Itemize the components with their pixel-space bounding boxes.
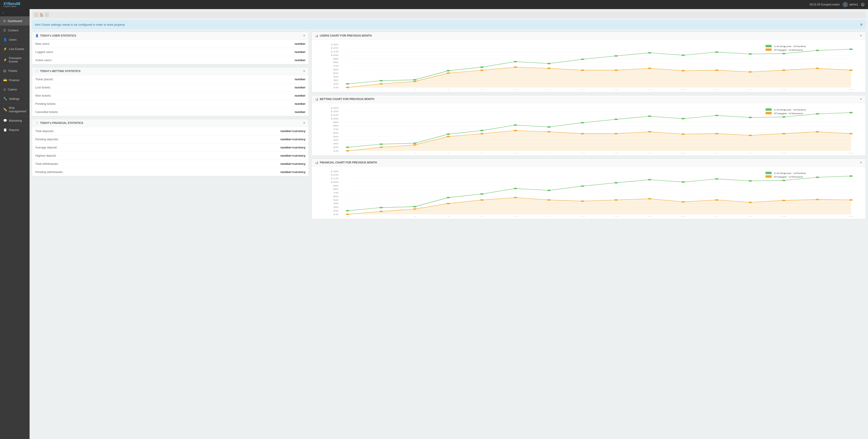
logo: XYBets88 Crypto Casino bbox=[3, 2, 20, 7]
sidebar-arrow-content: › bbox=[26, 29, 26, 32]
svg-text:80: 80 bbox=[333, 188, 339, 190]
user-stats-collapse[interactable]: ▼ bbox=[303, 34, 305, 37]
sidebar-collapse-button[interactable]: ‹ bbox=[0, 9, 30, 16]
financial-stat-row-0: Total deposits: number+currency bbox=[32, 127, 309, 135]
financial-chart-card: 📊 FINANCIAL CHART FOR PREVIOUS MONTH ▼ bbox=[312, 159, 866, 219]
svg-text:10: 10 bbox=[479, 153, 485, 153]
svg-point-50 bbox=[581, 70, 584, 71]
betting-chart-collapse[interactable]: ▼ bbox=[860, 98, 862, 101]
info-banner-close[interactable]: ✕ bbox=[860, 23, 863, 27]
financial-chart-collapse[interactable]: ▼ bbox=[860, 161, 862, 164]
sidebar-item-tickets[interactable]: ▤ Tickets › bbox=[0, 66, 30, 75]
svg-point-201 bbox=[379, 211, 383, 212]
svg-point-134 bbox=[748, 135, 752, 136]
sidebar-item-content[interactable]: ☰ Content › bbox=[0, 26, 30, 35]
sidebar-arrow-reports: › bbox=[26, 129, 26, 131]
svg-text:90: 90 bbox=[333, 58, 339, 60]
svg-text:60: 60 bbox=[333, 195, 339, 197]
betting-stat-label-4: Cancelled tickets: bbox=[35, 110, 59, 114]
breadcrumb-forward-button[interactable]: › bbox=[45, 13, 49, 17]
sidebar-item-finance[interactable]: 💳 Finance › bbox=[0, 75, 30, 85]
svg-point-112 bbox=[581, 122, 584, 123]
svg-point-46 bbox=[446, 72, 450, 74]
svg-point-116 bbox=[715, 115, 719, 116]
svg-text:16: 16 bbox=[580, 216, 585, 217]
svg-text:4: 4 bbox=[380, 216, 382, 217]
sidebar-item-marketing[interactable]: 💬 Marketing › bbox=[0, 116, 30, 125]
svg-point-206 bbox=[547, 199, 551, 201]
sidebar-item-reports[interactable]: 📋 Reports › bbox=[0, 125, 30, 135]
svg-point-197 bbox=[816, 177, 819, 178]
settings-icon: 🔧 bbox=[3, 97, 7, 100]
sidebar-label-settings: Settings bbox=[9, 97, 20, 100]
svg-text:Unique Visits: Unique Visits bbox=[774, 108, 806, 111]
sidebar-item-prematch-events[interactable]: ⚡ Prematch Events › bbox=[0, 54, 30, 66]
svg-text:100: 100 bbox=[331, 181, 339, 183]
sidebar-item-dashboard[interactable]: ⊞ Dashboard › bbox=[0, 16, 30, 26]
svg-point-212 bbox=[748, 202, 752, 203]
topbar-right: 08:31:05 Europe/London 👤 admin1 ⏻ bbox=[810, 2, 865, 7]
svg-text:26: 26 bbox=[748, 216, 753, 217]
user-stat-row-0: New users: number bbox=[32, 40, 309, 48]
betting-chart-icon: 📊 bbox=[315, 98, 318, 101]
sidebar-label-finance: Finance bbox=[9, 78, 19, 82]
svg-point-214 bbox=[816, 199, 819, 200]
sidebar-item-settings[interactable]: 🔧 Settings › bbox=[0, 94, 30, 103]
financial-stats-card: 📄 TODAY's FINANCIAL STATISTICS ▼ Total d… bbox=[32, 119, 309, 176]
sidebar-item-live-events[interactable]: ⚡ Live Events › bbox=[0, 44, 30, 54]
sidebar-label-dashboard: Dashboard bbox=[8, 19, 22, 23]
sidebar-item-casino[interactable]: ◎ Casino › bbox=[0, 85, 30, 94]
svg-text:10: 10 bbox=[333, 150, 339, 152]
betting-stat-value-4: number bbox=[295, 110, 306, 114]
content-icon: ☰ bbox=[3, 28, 6, 32]
financial-stats-collapse[interactable]: ▼ bbox=[303, 122, 305, 125]
svg-text:120: 120 bbox=[331, 47, 339, 49]
breadcrumb-back-button[interactable]: ‹ bbox=[34, 13, 38, 17]
sidebar-label-prematch-events: Prematch Events bbox=[9, 56, 26, 63]
sidebar-arrow-live-events: › bbox=[26, 48, 26, 50]
topbar-logout-icon[interactable]: ⏻ bbox=[861, 2, 865, 7]
svg-text:110: 110 bbox=[331, 114, 339, 116]
financial-stat-row-1: Pending deposits: number+currency bbox=[32, 135, 309, 143]
users-chart-collapse[interactable]: ▼ bbox=[860, 34, 862, 37]
svg-point-37 bbox=[715, 52, 719, 53]
users-icon: 👤 bbox=[3, 38, 7, 41]
svg-point-55 bbox=[748, 71, 752, 72]
svg-point-45 bbox=[413, 81, 417, 82]
svg-text:10: 10 bbox=[333, 213, 339, 215]
breadcrumb-home-icon[interactable]: 🏠 bbox=[40, 13, 43, 16]
betting-stats-collapse[interactable]: ▼ bbox=[303, 70, 305, 73]
main-content: ‹ 🏠 › Info! Charts settings needs to be … bbox=[30, 9, 868, 224]
svg-rect-153 bbox=[766, 108, 772, 111]
svg-text:120: 120 bbox=[331, 174, 339, 176]
sidebar-arrow-users: › bbox=[26, 38, 26, 41]
svg-point-119 bbox=[816, 113, 819, 114]
svg-point-211 bbox=[715, 199, 719, 201]
svg-point-28 bbox=[413, 79, 417, 80]
svg-rect-233 bbox=[766, 175, 772, 178]
svg-point-200 bbox=[346, 213, 349, 215]
svg-text:70: 70 bbox=[333, 192, 339, 194]
prematch-events-icon: ⚡ bbox=[3, 58, 7, 62]
financial-chart-icon: 📊 bbox=[315, 161, 318, 164]
svg-point-38 bbox=[748, 53, 752, 55]
live-events-icon: ⚡ bbox=[3, 47, 7, 51]
svg-text:4: 4 bbox=[380, 89, 382, 90]
topbar-user: 👤 admin1 bbox=[842, 2, 858, 7]
betting-stats-header: 📄 TODAY's BETTING STATISTICS ▼ bbox=[32, 67, 309, 75]
svg-point-29 bbox=[446, 70, 450, 71]
svg-text:14: 14 bbox=[547, 153, 552, 153]
svg-text:6: 6 bbox=[413, 89, 416, 90]
svg-point-183 bbox=[346, 210, 349, 211]
sidebar-item-risk-management[interactable]: ✏️ Risk management › bbox=[0, 103, 30, 116]
user-stat-value-0: number bbox=[295, 42, 306, 45]
sidebar-item-users[interactable]: 👤 Users › bbox=[0, 35, 30, 44]
betting-stat-row-1: Lost tickets: number bbox=[32, 83, 309, 92]
financial-stat-row-2: Average deposit: number+currency bbox=[32, 143, 309, 151]
svg-text:Page Views: Page Views bbox=[774, 112, 803, 114]
svg-text:2: 2 bbox=[346, 153, 349, 153]
user-stat-row-2: Active users: number bbox=[32, 56, 309, 64]
svg-point-58 bbox=[849, 70, 853, 71]
betting-chart-svg: 130 120 110 100 90 80 70 60 50 40 30 20 bbox=[314, 105, 863, 153]
svg-point-114 bbox=[648, 115, 652, 117]
